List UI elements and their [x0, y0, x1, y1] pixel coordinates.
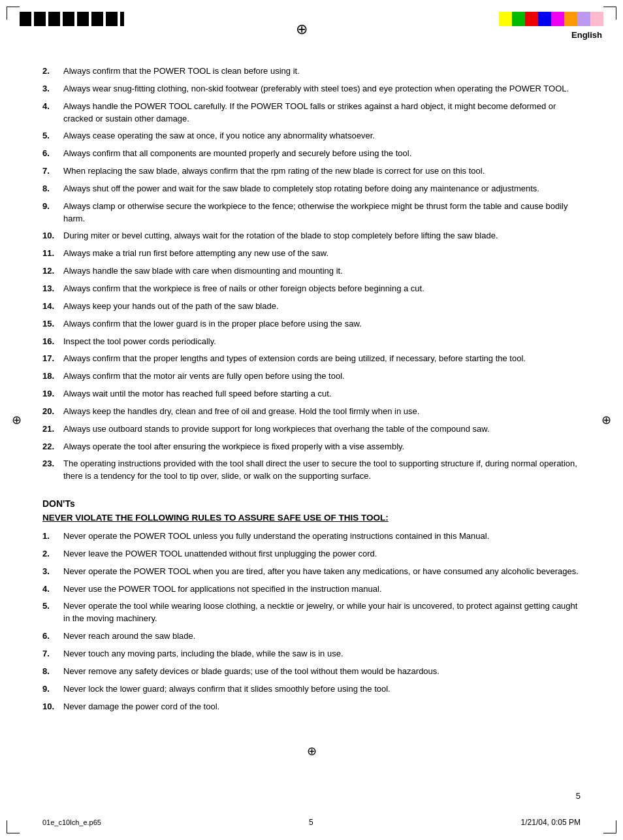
item-number: 11. [42, 248, 63, 260]
color-bar-orange [564, 12, 577, 26]
list-item: 10.During miter or bevel cutting, always… [42, 230, 581, 242]
list-item: 5.Never operate the tool while wearing l… [42, 600, 581, 625]
list-item: 4.Always handle the POWER TOOL carefully… [42, 101, 581, 125]
list-item: 7.Never touch any moving parts, includin… [42, 648, 581, 660]
item-text: Always use outboard stands to provide su… [63, 423, 581, 436]
item-number: 2. [42, 548, 63, 560]
item-number: 13. [42, 283, 63, 295]
list-item: 16.Inspect the tool power cords periodic… [42, 336, 581, 348]
item-text: Never leave the POWER TOOL unattended wi… [63, 548, 581, 560]
item-text: Never touch any moving parts, including … [63, 648, 581, 660]
item-number: 4. [42, 583, 63, 596]
dos-list: 2.Always confirm that the POWER TOOL is … [42, 65, 581, 483]
list-item: 8.Never remove any safety devices or bla… [42, 666, 581, 678]
list-item: 13.Always confirm that the workpiece is … [42, 283, 581, 295]
item-number: 9. [42, 683, 63, 696]
item-number: 8. [42, 183, 63, 195]
item-text: Never remove any safety devices or blade… [63, 666, 581, 678]
item-text: Always wait until the motor has reached … [63, 388, 581, 400]
item-text: Always handle the saw blade with care wh… [63, 265, 581, 278]
list-item: 22.Always operate the tool after ensurin… [42, 441, 581, 453]
crosshair-bottom: ⊕ [307, 744, 317, 758]
list-item: 2.Always confirm that the POWER TOOL is … [42, 65, 581, 78]
list-item: 3.Never operate the POWER TOOL when you … [42, 566, 581, 578]
page: ⊕ ⊕ English 2.Always conf [0, 0, 623, 840]
item-text: Always shut off the power and wait for t… [63, 183, 581, 195]
list-item: 17.Always confirm that the proper length… [42, 353, 581, 365]
item-text: Always keep the handles dry, clean and f… [63, 406, 581, 418]
item-number: 23. [42, 458, 63, 470]
item-number: 10. [42, 230, 63, 242]
list-item: 12.Always handle the saw blade with care… [42, 265, 581, 278]
item-text: Always confirm that the motor air vents … [63, 370, 581, 383]
item-text: When replacing the saw blade, always con… [63, 165, 581, 178]
item-number: 5. [42, 600, 63, 613]
list-item: 10.Never damage the power cord of the to… [42, 701, 581, 713]
donts-header: DON'Ts [42, 498, 581, 509]
item-text: Always confirm that the lower guard is i… [63, 318, 581, 331]
item-number: 14. [42, 300, 63, 313]
list-item: 2.Never leave the POWER TOOL unattended … [42, 548, 581, 560]
footer-file-info: 01e_c10lch_e.p65 [42, 818, 101, 826]
item-number: 15. [42, 318, 63, 331]
list-item: 21.Always use outboard stands to provide… [42, 423, 581, 436]
item-text: Inspect the tool power cords periodicall… [63, 336, 581, 348]
list-item: 18.Always confirm that the motor air ven… [42, 370, 581, 383]
language-label: English [571, 30, 602, 40]
item-number: 8. [42, 666, 63, 678]
donts-subheader: NEVER VIOLATE THE FOLLOWING RULES TO ASS… [42, 513, 581, 523]
item-number: 18. [42, 370, 63, 383]
item-number: 3. [42, 83, 63, 95]
list-item: 6.Always confirm that all components are… [42, 148, 581, 160]
header-center [124, 0, 479, 52]
color-bar-pink [590, 12, 603, 26]
list-item: 23.The operating instructions provided w… [42, 458, 581, 483]
item-number: 17. [42, 353, 63, 365]
item-text: Always cease operating the saw at once, … [63, 130, 581, 142]
color-bar-magenta [551, 12, 564, 26]
item-number: 5. [42, 130, 63, 142]
footer-date: 1/21/04, 0:05 PM [521, 818, 581, 827]
list-item: 8.Always shut off the power and wait for… [42, 183, 581, 195]
item-text: Never operate the POWER TOOL when you ar… [63, 566, 581, 578]
item-text: Never use the POWER TOOL for application… [63, 583, 581, 596]
item-text: During miter or bevel cutting, always wa… [63, 230, 581, 242]
item-text: Always confirm that the workpiece is fre… [63, 283, 581, 295]
color-bar-blue [538, 12, 551, 26]
item-number: 16. [42, 336, 63, 348]
item-number: 6. [42, 148, 63, 160]
item-number: 3. [42, 566, 63, 578]
crosshair-top [294, 22, 310, 37]
item-number: 9. [42, 201, 63, 213]
list-item: 19.Always wait until the motor has reach… [42, 388, 581, 400]
item-text: Always confirm that the proper lengths a… [63, 353, 581, 365]
item-text: Never reach around the saw blade. [63, 630, 581, 643]
list-item: 6.Never reach around the saw blade. [42, 630, 581, 643]
item-text: Never operate the POWER TOOL unless you … [63, 530, 581, 543]
item-text: Always wear snug-fitting clothing, non-s… [63, 83, 581, 95]
item-text: Always handle the POWER TOOL carefully. … [63, 101, 581, 125]
color-bar-red [525, 12, 538, 26]
list-item: 9.Always clamp or otherwise secure the w… [42, 201, 581, 225]
item-number: 6. [42, 630, 63, 643]
list-item: 9.Never lock the lower guard; always con… [42, 683, 581, 696]
item-text: Never operate the tool while wearing loo… [63, 600, 581, 625]
list-item: 20.Always keep the handles dry, clean an… [42, 406, 581, 418]
list-item: 5.Always cease operating the saw at once… [42, 130, 581, 142]
color-bar-yellow [499, 12, 512, 26]
item-text: Always confirm that the POWER TOOL is cl… [63, 65, 581, 78]
item-text: Never lock the lower guard; always confi… [63, 683, 581, 696]
item-number: 20. [42, 406, 63, 418]
item-text: Always confirm that all components are m… [63, 148, 581, 160]
item-text: The operating instructions provided with… [63, 458, 581, 483]
item-text: Always operate the tool after ensuring t… [63, 441, 581, 453]
page-footer: 01e_c10lch_e.p65 5 1/21/04, 0:05 PM [0, 818, 623, 827]
list-item: 3.Always wear snug-fitting clothing, non… [42, 83, 581, 95]
header-right: English [479, 0, 623, 52]
main-content: 2.Always confirm that the POWER TOOL is … [0, 52, 623, 744]
item-number: 1. [42, 530, 63, 543]
item-number: 10. [42, 701, 63, 713]
item-number: 19. [42, 388, 63, 400]
color-bar-green [512, 12, 525, 26]
list-item: 7.When replacing the saw blade, always c… [42, 165, 581, 178]
